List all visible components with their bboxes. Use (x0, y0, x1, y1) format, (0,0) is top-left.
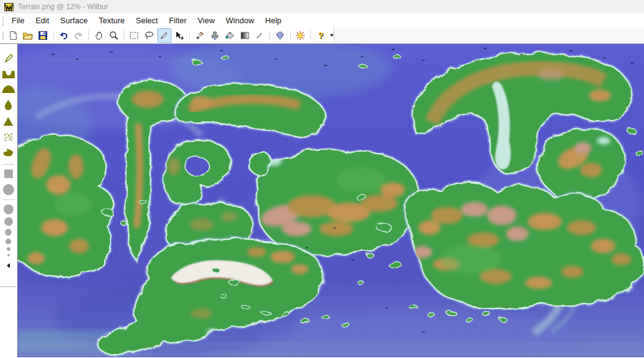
pen-tool-button[interactable] (157, 28, 171, 43)
paintbrush-button[interactable] (193, 28, 206, 43)
lighting-button[interactable] (293, 28, 307, 43)
selection-move-button[interactable] (173, 28, 186, 43)
valley-tool[interactable] (2, 69, 15, 81)
undo-icon (59, 31, 69, 40)
new-document-icon (9, 31, 18, 40)
paintbrush-icon (195, 31, 204, 40)
noise-tool[interactable] (3, 132, 13, 144)
save-icon (38, 31, 48, 40)
gradient-icon (240, 31, 250, 40)
brush-size-11[interactable] (5, 229, 12, 236)
render-button[interactable] (273, 28, 286, 43)
panel-separator (3, 200, 14, 200)
smudge-hand-icon (2, 147, 14, 157)
blob-tool-icon (3, 99, 13, 111)
round-brush-shape[interactable] (3, 184, 14, 195)
fill-tool-button[interactable] (223, 28, 236, 43)
terrain-brush-icon (3, 53, 14, 64)
stamp-tool-button[interactable] (208, 28, 221, 43)
toolbar-separator (189, 30, 190, 41)
menu-select[interactable]: Select (130, 13, 163, 28)
toolbar-separator (290, 30, 291, 41)
menu-window[interactable]: Window (220, 13, 260, 28)
toolbar-separator (310, 30, 311, 41)
help-dropdown-caret-icon[interactable] (330, 34, 334, 37)
brush-size-9[interactable] (6, 239, 11, 244)
wilbur-logo-icon (4, 2, 13, 12)
pen-tool-icon (159, 31, 169, 40)
menu-file[interactable]: File (6, 13, 30, 28)
menu-filter[interactable]: Filter (163, 13, 192, 28)
terrain-map-svg: .land{fill:#3fa14a;stroke:#cfeee0;stroke… (18, 44, 644, 357)
square-brush-shape-icon (4, 169, 13, 179)
menu-edit[interactable]: Edit (30, 13, 54, 28)
brush-size-16[interactable] (4, 204, 13, 214)
render-gem-icon (275, 31, 285, 40)
toolbar-row: ? (0, 28, 644, 44)
toolbar-separator (53, 30, 54, 41)
pan-hand-icon (94, 31, 104, 40)
gradient-tool-button[interactable] (238, 28, 251, 43)
toolbar-separator (269, 30, 270, 41)
menu-bar: File Edit Surface Texture Select Filter … (0, 13, 644, 28)
brush-tool-panel (0, 44, 17, 357)
cone-tool-icon (2, 116, 14, 127)
brush-tool-panel-inner (0, 44, 17, 287)
menu-view[interactable]: View (192, 13, 220, 28)
new-document-button[interactable] (6, 28, 20, 43)
window-title: Terrain.png @ 12% - Wilbur (18, 2, 108, 11)
square-brush-shape[interactable] (4, 169, 13, 181)
smudge-hand-tool[interactable] (2, 147, 14, 160)
panel-separator (3, 164, 14, 165)
noise-tool-icon (3, 132, 13, 141)
main-toolbar: ? (0, 28, 334, 43)
pan-tool-button[interactable] (92, 28, 105, 43)
undo-button[interactable] (57, 28, 70, 43)
help-button[interactable]: ? (314, 28, 328, 43)
menu-surface[interactable]: Surface (54, 13, 93, 28)
hill-tool[interactable] (2, 84, 15, 96)
hill-tool-icon (2, 84, 15, 94)
sun-lighting-icon (295, 31, 305, 40)
valley-tool-icon (2, 69, 15, 79)
menu-help[interactable]: Help (260, 13, 287, 28)
lasso-select-icon (144, 31, 154, 40)
workspace: .land{fill:#3fa14a;stroke:#cfeee0;stroke… (0, 44, 644, 357)
brush-size-14[interactable] (4, 217, 13, 226)
blob-tool[interactable] (3, 99, 13, 113)
wilbur-window: Terrain.png @ 12% - Wilbur File Edit Sur… (0, 0, 644, 358)
rect-select-icon (129, 31, 139, 40)
redo-icon (73, 31, 83, 40)
open-file-button[interactable] (21, 28, 35, 43)
redo-button[interactable] (72, 28, 85, 43)
help-icon: ? (318, 31, 324, 40)
pencil-tool-button[interactable] (253, 28, 266, 43)
zoom-magnifier-icon (109, 31, 119, 40)
move-arrow-icon (174, 31, 184, 40)
toolbar-grip-handle[interactable] (1, 31, 4, 40)
title-bar: Terrain.png @ 12% - Wilbur (0, 0, 644, 13)
menubar-grip-handle[interactable] (1, 16, 4, 26)
open-folder-icon (23, 31, 33, 40)
pencil-icon (255, 31, 264, 40)
save-button[interactable] (36, 28, 50, 43)
brush-size-6[interactable] (7, 247, 10, 251)
toolbar-separator (88, 30, 89, 41)
lasso-select-button[interactable] (143, 28, 156, 43)
collapse-left-arrow-icon[interactable] (7, 263, 10, 268)
menu-texture[interactable]: Texture (93, 13, 130, 28)
round-brush-shape-icon (3, 184, 14, 195)
terrain-map-canvas[interactable]: .land{fill:#3fa14a;stroke:#cfeee0;stroke… (17, 44, 644, 357)
cone-tool[interactable] (2, 116, 14, 129)
stamp-icon (210, 31, 220, 40)
rect-select-button[interactable] (127, 28, 141, 43)
terrain-brush-tool[interactable] (3, 53, 14, 66)
brush-size-4[interactable] (7, 254, 10, 256)
toolbar-separator (124, 30, 124, 41)
zoom-tool-button[interactable] (107, 28, 121, 43)
paint-bucket-icon (225, 31, 235, 40)
